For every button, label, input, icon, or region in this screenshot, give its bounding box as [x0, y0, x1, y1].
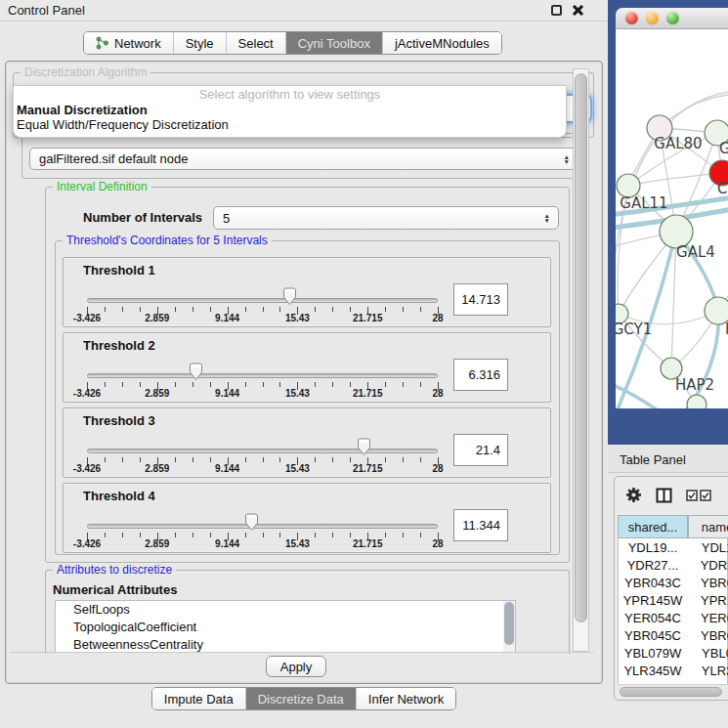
- apply-button[interactable]: Apply: [266, 656, 326, 677]
- tab-impute-data[interactable]: Impute Data: [152, 688, 245, 709]
- slider-minor-tick: [420, 382, 421, 387]
- attribute-item-selfloops[interactable]: SelfLoops: [56, 601, 515, 619]
- table-panel-title: Table Panel: [608, 452, 686, 467]
- tab-style[interactable]: Style: [173, 32, 226, 54]
- slider-track[interactable]: [87, 449, 438, 453]
- slider-track[interactable]: [87, 524, 438, 529]
- float-window-icon[interactable]: [551, 5, 562, 16]
- threshold-label: Threshold 4: [83, 489, 155, 503]
- slider-minor-tick: [385, 307, 386, 312]
- table-cell[interactable]: YBL0: [688, 644, 728, 662]
- table-cell[interactable]: YBL079W: [618, 644, 688, 662]
- tab-label: Infer Network: [368, 692, 444, 707]
- network-node-label: C: [717, 180, 727, 197]
- network-canvas[interactable]: GAL80GACGAL11GAL4GCY1HHAP2: [616, 29, 728, 408]
- slider-minor-tick: [403, 382, 404, 387]
- table-cell[interactable]: YBR0: [688, 574, 728, 591]
- close-traffic-light-icon[interactable]: [625, 12, 638, 24]
- threshold-value-field[interactable]: 11.344: [453, 509, 508, 541]
- threshold-value-field[interactable]: 21.4: [453, 434, 508, 466]
- attribute-item-topologicalcoefficient[interactable]: TopologicalCoefficient: [56, 619, 515, 636]
- table-cell[interactable]: YER054C: [618, 609, 688, 626]
- table-cell[interactable]: YPR1: [688, 591, 728, 609]
- table-row[interactable]: YLR345WYLR3: [618, 662, 728, 679]
- tab-jactivemnodules[interactable]: jActiveMNodules: [382, 32, 501, 54]
- tab-discretize-data[interactable]: Discretize Data: [245, 688, 356, 709]
- threshold-value-field[interactable]: 6.316: [453, 359, 508, 391]
- table-cell[interactable]: YBR043C: [618, 574, 688, 591]
- algorithm-prompt: Select algorithm to view settings: [14, 87, 566, 103]
- slider-tick-label: 9.144: [215, 388, 239, 399]
- slider-track[interactable]: [87, 373, 438, 378]
- slider-tick-label: 2.859: [145, 538, 169, 549]
- checkbox-icon[interactable]: [700, 490, 711, 501]
- slider-tick-label: 9.144: [215, 313, 239, 323]
- network-window-titlebar[interactable]: [616, 8, 728, 29]
- tab-label: Discretize Data: [258, 692, 344, 707]
- slider-minor-tick: [193, 307, 193, 312]
- tab-cyni-toolbox[interactable]: Cyni Toolbox: [285, 32, 382, 54]
- attribute-item-betweennesscentrality[interactable]: BetweennessCentrality: [56, 636, 515, 653]
- table-row[interactable]: YBL079WYBL0: [618, 644, 728, 662]
- table-cell[interactable]: YLR3: [688, 662, 728, 679]
- panel-vertical-scrollbar[interactable]: [573, 68, 589, 652]
- zoom-traffic-light-icon[interactable]: [666, 12, 679, 24]
- slider-tick-label: -3.426: [73, 388, 101, 399]
- slider-thumb[interactable]: [244, 513, 259, 535]
- close-icon[interactable]: [572, 4, 584, 17]
- table-cell[interactable]: YBR0: [688, 626, 728, 644]
- algorithm-option-equal-width[interactable]: Equal Width/Frequency Discretization: [14, 117, 566, 133]
- tab-network[interactable]: Network: [84, 32, 173, 54]
- slider-minor-tick: [175, 382, 176, 387]
- table-data-combobox[interactable]: galFiltered.sif default node ▲▼: [29, 148, 578, 170]
- table-row[interactable]: YBR043CYBR0: [618, 574, 728, 591]
- table-cell[interactable]: YDR27...: [618, 556, 688, 574]
- split-columns-icon[interactable]: [656, 488, 672, 503]
- number-of-intervals-combobox[interactable]: 5 ▲▼: [213, 206, 559, 230]
- slider-minor-tick: [350, 382, 351, 387]
- slider-tick-label: -3.426: [73, 313, 101, 323]
- table-cell[interactable]: YDR2: [688, 556, 728, 574]
- column-header-name[interactable]: name: [688, 515, 728, 538]
- algorithm-option-manual[interactable]: Manual Discretization: [14, 103, 566, 118]
- slider-minor-tick: [279, 307, 280, 312]
- numerical-attributes-list[interactable]: SelfLoopsTopologicalCoefficientBetweenne…: [55, 600, 516, 653]
- tab-label: Select: [238, 36, 274, 51]
- table-cell[interactable]: YDL1: [688, 538, 728, 556]
- minimize-traffic-light-icon[interactable]: [646, 12, 659, 24]
- table-cell[interactable]: YLR345W: [618, 662, 688, 679]
- table-cell[interactable]: YPR145W: [618, 591, 688, 609]
- slider-track[interactable]: [87, 298, 438, 303]
- slider-thumb[interactable]: [189, 363, 203, 385]
- slider-minor-tick: [175, 307, 176, 312]
- table-row[interactable]: YPR145WYPR1: [618, 591, 728, 609]
- slider-thumb[interactable]: [282, 287, 297, 310]
- table-horizontal-scrollbar[interactable]: [618, 684, 728, 698]
- network-node-label: GAL80: [654, 135, 702, 152]
- attributes-list-scrollbar[interactable]: [503, 601, 515, 652]
- slider-minor-tick: [263, 457, 264, 462]
- top-tab-strip: NetworkStyleSelectCyni ToolboxjActiveMNo…: [83, 31, 502, 55]
- slider-thumb[interactable]: [357, 438, 371, 460]
- network-node[interactable]: [687, 395, 707, 408]
- tab-select[interactable]: Select: [226, 32, 285, 54]
- settings-gear-icon[interactable]: [625, 487, 642, 503]
- tab-infer-network[interactable]: Infer Network: [356, 688, 455, 709]
- table-row[interactable]: YER054CYER0: [618, 609, 728, 626]
- table-row[interactable]: YDL19...YDL1: [618, 538, 728, 556]
- slider-minor-tick: [140, 307, 141, 312]
- discretization-algorithm-title: Discretization Algorithm: [21, 65, 150, 80]
- slider-minor-tick: [175, 533, 176, 537]
- table-row[interactable]: YDR27...YDR2: [618, 556, 728, 574]
- table-cell[interactable]: YDL19...: [618, 538, 688, 556]
- slider-minor-tick: [140, 382, 141, 387]
- table-cell[interactable]: YER0: [688, 609, 728, 626]
- slider-tick-label: -3.426: [73, 463, 101, 474]
- checkbox-icon[interactable]: [686, 490, 698, 501]
- threshold-value-field[interactable]: 14.713: [453, 283, 508, 316]
- table-row[interactable]: YBR045CYBR0: [618, 626, 728, 644]
- table-cell[interactable]: YBR045C: [618, 626, 688, 644]
- slider-minor-tick: [279, 457, 280, 462]
- threshold-panel-2: Threshold 2-3.4262.8599.14415.4321.71528…: [63, 332, 551, 403]
- column-header-shared[interactable]: shared...: [618, 515, 688, 538]
